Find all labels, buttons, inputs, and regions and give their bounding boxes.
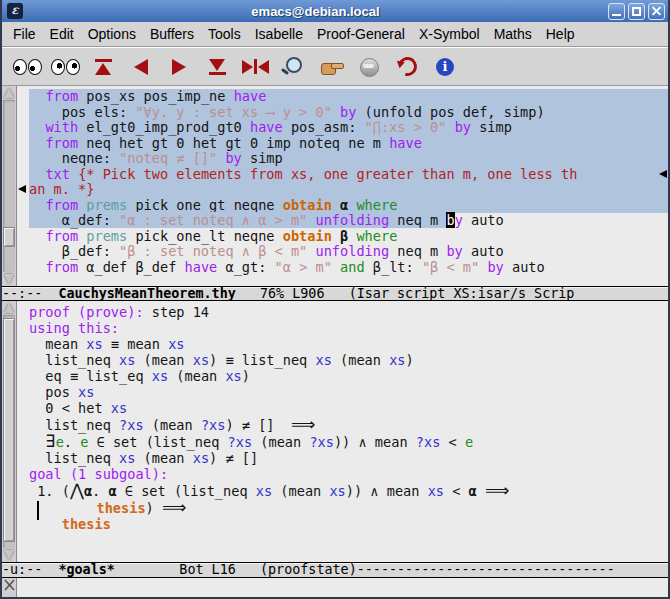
goals-scrollbar-thumb[interactable] (3, 318, 15, 542)
minimize-button[interactable] (608, 3, 625, 20)
code-line: pos_els: "∀y. y : set xs ⟶ y > 0" by (un… (29, 105, 668, 121)
scroll-up-arrow-icon[interactable] (2, 301, 16, 315)
code-line: an m. *} (29, 182, 668, 198)
window-title: emacs@debian.local (23, 4, 608, 19)
proof-general-toolbar (2, 48, 668, 86)
app-icon: ε (7, 3, 23, 19)
menu-item-tools[interactable]: Tools (201, 24, 248, 44)
scroll-down-arrow-icon[interactable] (2, 272, 16, 286)
minibuffer-scrollbar-stub (2, 578, 17, 597)
goal-line: eq ≡ list_eq xs (mean xs) (29, 368, 668, 384)
goal-line: thesis (29, 516, 668, 532)
mode-line-text: --:-- CauchysMeanTheorem.thy 76% L906 (I… (2, 287, 668, 300)
command-icon[interactable] (316, 54, 346, 80)
eyes-previous-icon[interactable] (12, 54, 42, 80)
goals-scrollbar[interactable] (2, 301, 17, 562)
goals-buffer-window[interactable]: proof (prove): step 14using this: mean x… (2, 301, 668, 562)
find-theorems-icon[interactable] (278, 54, 308, 80)
menu-item-options[interactable]: Options (81, 24, 143, 44)
minibuffer[interactable] (2, 578, 668, 597)
code-line: from prems pick_one_lt neqne obtain β wh… (29, 229, 668, 245)
eyes-next-icon[interactable] (50, 54, 80, 80)
menu-item-x-symbol[interactable]: X-Symbol (412, 24, 487, 44)
menu-item-help[interactable]: Help (539, 24, 582, 44)
minibuffer-input[interactable] (17, 578, 668, 597)
process-buffer-icon[interactable] (202, 54, 232, 80)
code-line: txt {* Pick two elements from xs, one gr… (29, 167, 668, 183)
maximize-button[interactable] (628, 3, 645, 20)
script-buffer-window[interactable]: from pos_xs pos_imp_ne have pos_els: "∀y… (2, 86, 668, 286)
goal-line: list_neq xs (mean xs) ≡ list_neq xs (mea… (29, 352, 668, 368)
code-line: from neq het_gt_0 het_gt_0_imp_noteq_ne … (29, 136, 668, 152)
title-bar[interactable]: ε emacs@debian.local (2, 0, 668, 22)
restart-icon[interactable] (392, 54, 422, 80)
minimize-icon (609, 4, 624, 19)
code-line: from α_def β_def have α_gt: "α > m" and … (29, 260, 668, 276)
maximize-icon (629, 4, 644, 19)
code-line: α_def: "α : set noteq ∧ α > m" unfolding… (29, 213, 668, 229)
goals-buffer-text: proof (prove): step 14using this: mean x… (17, 301, 668, 562)
resize-grip-icon (4, 579, 15, 591)
goal-line: mean xs ≡ mean xs (29, 336, 668, 352)
retract-buffer-icon[interactable] (88, 54, 118, 80)
code-line: neqne: "noteq ≠ []" by simp (29, 151, 668, 167)
menu-item-isabelle[interactable]: Isabelle (248, 24, 310, 44)
scroll-down-arrow-icon[interactable] (2, 548, 16, 562)
goal-line: using this: (29, 320, 668, 336)
script-scrollbar[interactable] (2, 86, 17, 286)
goals-mode-line[interactable]: -u:-- *goals* Bot L16 (proofstate)------… (2, 562, 668, 578)
goal-line: goal (1 subgoal): (29, 466, 668, 482)
info-icon[interactable] (430, 54, 460, 80)
goto-point-icon[interactable] (240, 54, 270, 80)
script-scrollbar-thumb[interactable] (3, 227, 15, 247)
goal-line: ∃e. e ∈ set (list_neq ?xs (mean ?xs)) ∧ … (29, 433, 668, 450)
code-line: from pos_xs pos_imp_ne have (29, 89, 668, 105)
script-mode-line[interactable]: --:-- CauchysMeanTheorem.thy 76% L906 (I… (2, 286, 668, 301)
goal-line: pos xs (29, 384, 668, 400)
next-step-icon[interactable] (164, 54, 194, 80)
line-continuation-icon (18, 185, 26, 193)
menu-bar: FileEditOptionsBuffersToolsIsabelleProof… (2, 22, 668, 46)
goal-line: list_neq xs (mean xs) ≠ [] (29, 450, 668, 466)
undo-step-icon[interactable] (126, 54, 156, 80)
goals-scrollbar-trough[interactable] (3, 315, 15, 548)
menu-item-proof-general[interactable]: Proof-General (310, 24, 412, 44)
menu-item-file[interactable]: File (6, 24, 43, 44)
menu-item-buffers[interactable]: Buffers (143, 24, 201, 44)
goal-line: proof (prove): step 14 (29, 304, 668, 320)
goal-line: thesis) ⟹ (29, 499, 668, 516)
code-line: β_def: "β : set noteq ∧ β < m" unfolding… (29, 244, 668, 260)
line-wrap-icon (659, 170, 667, 178)
code-line: from prems pick_one_gt neqne obtain α wh… (29, 198, 668, 214)
scroll-up-arrow-icon[interactable] (2, 86, 16, 100)
menu-item-edit[interactable]: Edit (43, 24, 81, 44)
goal-line: 0 < het xs (29, 400, 668, 416)
goal-line: 1. (⋀α. α ∈ set (list_neq xs (mean xs)) … (29, 482, 668, 499)
menu-item-maths[interactable]: Maths (487, 24, 539, 44)
mode-line-text: -u:-- *goals* Bot L16 (proofstate)------… (2, 563, 668, 576)
script-buffer-text[interactable]: from pos_xs pos_imp_ne have pos_els: "∀y… (17, 86, 668, 286)
goal-line: list_neq ?xs (mean ?xs) ≠ [] ⟹ (29, 416, 668, 433)
close-button[interactable] (648, 3, 665, 20)
close-icon (649, 4, 664, 19)
script-scrollbar-trough[interactable] (3, 100, 15, 272)
interrupt-icon[interactable] (354, 54, 384, 80)
code-line: with el_gt0_imp_prod_gt0 have pos_asm: "… (29, 120, 668, 136)
emacs-window: ε emacs@debian.local FileEditOptionsBuff… (0, 0, 670, 599)
